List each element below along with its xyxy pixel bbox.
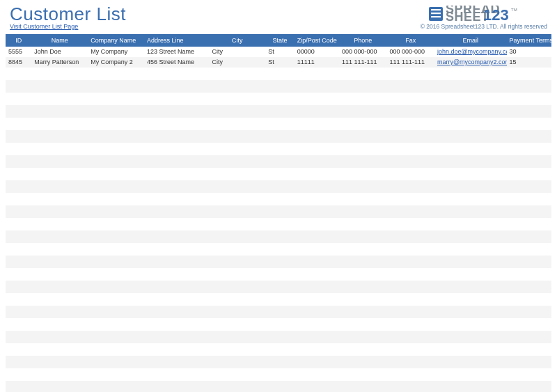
cell-empty [295, 230, 339, 243]
cell-address: 123 Street Name [144, 47, 209, 57]
table-row[interactable] [6, 243, 551, 256]
cell-empty [209, 243, 265, 256]
cell-empty [507, 205, 551, 218]
cell-empty [434, 218, 507, 230]
customer-table: ID Name Company Name Address Line City S… [6, 34, 551, 392]
cell-empty [339, 368, 386, 381]
cell-fax: 000 000-000 [386, 47, 434, 57]
cell-empty [31, 281, 88, 293]
table-row[interactable] [6, 118, 551, 130]
cell-empty [88, 230, 144, 243]
cell-empty [31, 193, 88, 205]
table-row[interactable] [6, 281, 551, 293]
cell-empty [265, 155, 294, 168]
cell-empty [295, 356, 339, 368]
cell-empty [6, 230, 31, 243]
table-row[interactable] [6, 343, 551, 356]
cell-empty [6, 331, 31, 343]
cell-empty [144, 180, 209, 193]
table-row[interactable] [6, 180, 551, 193]
table-row[interactable] [6, 230, 551, 243]
cell-state: St [265, 57, 294, 68]
col-fax: Fax [386, 34, 434, 47]
cell-empty [434, 105, 507, 118]
table-row[interactable] [6, 318, 551, 331]
email-link[interactable]: john.doe@mycompany.com [437, 48, 507, 55]
cell-empty [88, 343, 144, 356]
cell-empty [339, 331, 386, 343]
cell-empty [339, 281, 386, 293]
visit-customer-list-link[interactable]: Visit Customer List Page [10, 23, 78, 30]
cell-empty [265, 118, 294, 130]
cell-empty [295, 130, 339, 143]
cell-empty [31, 243, 88, 256]
cell-empty [144, 155, 209, 168]
table-row[interactable] [6, 155, 551, 168]
col-city: City [209, 34, 265, 47]
table-row[interactable] [6, 268, 551, 281]
cell-empty [144, 193, 209, 205]
cell-address: 456 Street Name [144, 57, 209, 68]
table-row[interactable] [6, 143, 551, 155]
cell-empty [434, 293, 507, 306]
table-row[interactable] [6, 80, 551, 93]
cell-empty [386, 80, 434, 93]
col-address: Address Line [144, 34, 209, 47]
cell-empty [507, 118, 551, 130]
cell-empty [295, 306, 339, 318]
table-row[interactable] [6, 331, 551, 343]
cell-empty [144, 356, 209, 368]
table-row[interactable] [6, 205, 551, 218]
cell-empty [209, 93, 265, 105]
cell-empty [6, 130, 31, 143]
table-row[interactable] [6, 381, 551, 392]
cell-company: My Company 2 [88, 57, 144, 68]
cell-empty [295, 93, 339, 105]
table-row[interactable] [6, 68, 551, 80]
cell-empty [88, 68, 144, 80]
table-row[interactable] [6, 193, 551, 205]
cell-empty [265, 143, 294, 155]
cell-id: 5555 [6, 47, 31, 57]
table-row[interactable]: 5555John DoeMy Company123 Street NameCit… [6, 47, 551, 57]
email-link[interactable]: marry@mycompany2.com [437, 58, 507, 65]
table-row[interactable] [6, 356, 551, 368]
cell-zip: 11111 [295, 57, 339, 68]
cell-empty [339, 243, 386, 256]
cell-empty [434, 93, 507, 105]
table-row[interactable] [6, 105, 551, 118]
cell-empty [295, 143, 339, 155]
cell-empty [88, 356, 144, 368]
cell-empty [265, 193, 294, 205]
cell-email[interactable]: marry@mycompany2.com [434, 57, 507, 68]
table-row[interactable] [6, 218, 551, 230]
table-row[interactable]: 8845Marry PattersonMy Company 2456 Stree… [6, 57, 551, 68]
table-row[interactable] [6, 93, 551, 105]
cell-empty [507, 193, 551, 205]
svg-rect-1 [431, 9, 441, 10]
table-row[interactable] [6, 168, 551, 180]
cell-empty [88, 243, 144, 256]
table-row[interactable] [6, 256, 551, 268]
cell-empty [295, 381, 339, 392]
table-row[interactable] [6, 130, 551, 143]
table-row[interactable] [6, 368, 551, 381]
cell-empty [31, 118, 88, 130]
cell-empty [339, 218, 386, 230]
cell-empty [339, 118, 386, 130]
cell-empty [144, 230, 209, 243]
table-row[interactable] [6, 293, 551, 306]
cell-empty [339, 180, 386, 193]
table-row[interactable] [6, 306, 551, 318]
cell-empty [339, 205, 386, 218]
cell-empty [31, 356, 88, 368]
cell-empty [88, 218, 144, 230]
cell-empty [31, 205, 88, 218]
cell-payment: 30 [507, 47, 551, 57]
cell-empty [209, 256, 265, 268]
cell-empty [6, 205, 31, 218]
cell-email[interactable]: john.doe@mycompany.com [434, 47, 507, 57]
cell-empty [386, 331, 434, 343]
cell-empty [31, 343, 88, 356]
table-body: 5555John DoeMy Company123 Street NameCit… [6, 47, 551, 392]
